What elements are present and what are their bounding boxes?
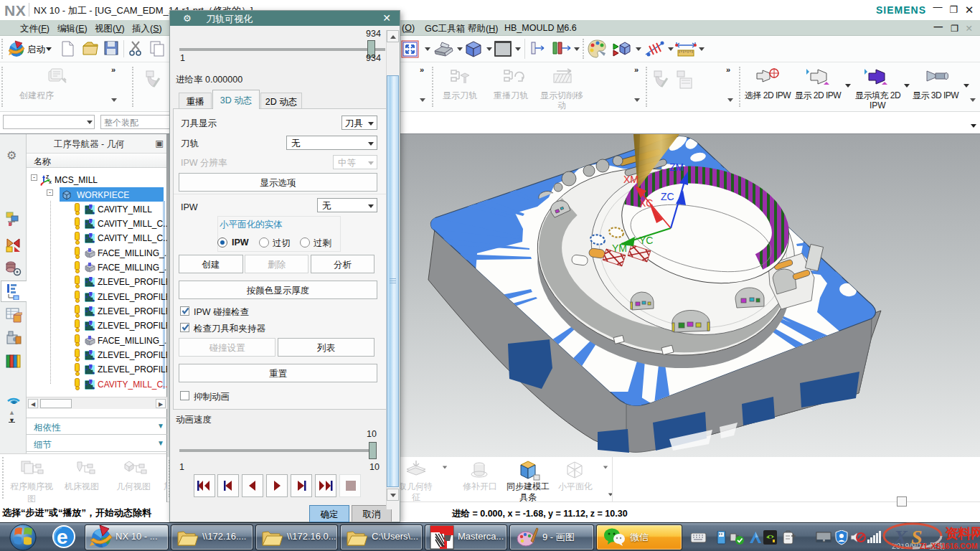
svg-text:ZC: ZC	[661, 191, 674, 202]
svg-text:X: X	[893, 526, 908, 548]
svg-text:Z: Z	[46, 174, 50, 179]
svg-text:ZM: ZM	[669, 161, 684, 173]
svg-text:XC: XC	[639, 197, 653, 209]
svg-text:YM: YM	[612, 242, 627, 254]
svg-text:x: x	[49, 179, 52, 184]
svg-text:ZL.XS1616.COM: ZL.XS1616.COM	[920, 542, 978, 550]
svg-text:资料网: 资料网	[945, 526, 980, 541]
svg-text:YC: YC	[639, 235, 653, 246]
svg-text:XM: XM	[623, 174, 639, 185]
